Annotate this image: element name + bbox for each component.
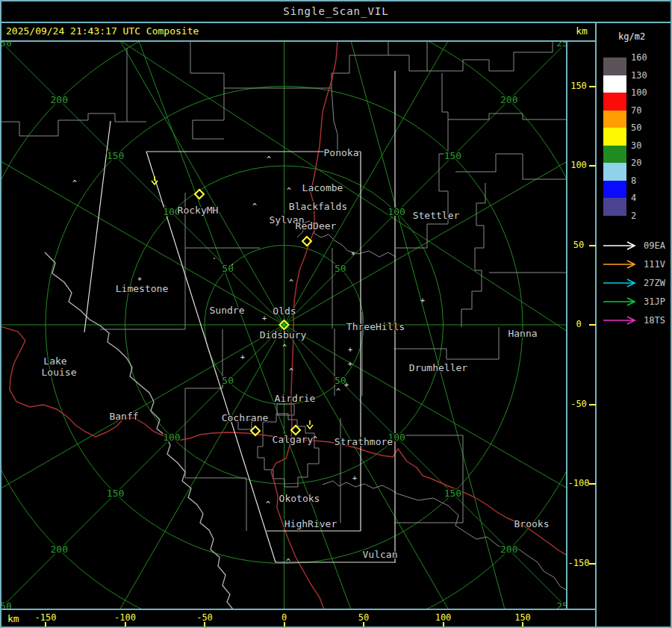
town-marker: +	[240, 353, 245, 361]
city-label: Olds	[273, 305, 296, 317]
map-bottom-border	[0, 609, 597, 610]
right-axis-tick-label: -150	[565, 558, 592, 568]
color-scale-unit-label: kg/m2	[618, 31, 671, 42]
radar-map[interactable]: 5010015020025050100150200250501001502002…	[0, 0, 672, 628]
scale-tick-label: 70	[631, 105, 661, 116]
range-label: 150	[107, 488, 124, 499]
bottom-axis-tick-label: -150	[29, 612, 62, 623]
range-label: 250	[0, 37, 12, 49]
map-layers: 5010015020025050100150200250501001502002…	[0, 0, 672, 628]
scale-swatch	[603, 75, 626, 93]
right-axis-tick	[589, 165, 596, 167]
azimuth-radial	[284, 325, 516, 628]
city-label: Lake	[43, 355, 66, 367]
bottom-axis-tick-label: 150	[506, 612, 539, 623]
town-marker: ^	[252, 202, 257, 211]
site-arrow-icon	[602, 315, 642, 326]
bottom-axis-tick-label: -100	[109, 612, 142, 623]
county-boundary	[190, 42, 388, 88]
site-id-label: 18TS	[644, 315, 665, 326]
highway	[0, 326, 291, 441]
town-marker: +	[352, 474, 357, 482]
city-label: Lacombe	[302, 182, 343, 193]
range-ring	[0, 0, 672, 628]
site-id-label: 09EA	[644, 240, 665, 251]
site-id-label: 31JP	[644, 296, 665, 307]
bottom-axis-tick-label: 0	[268, 612, 301, 623]
city-label: Airdrie	[275, 393, 316, 404]
scale-tick-label: 50	[631, 122, 661, 133]
scale-tick-label: 130	[631, 70, 661, 81]
bottom-axis-tick	[522, 622, 523, 627]
scale-swatch	[603, 111, 626, 128]
bottom-axis-unit-label: km	[7, 613, 19, 624]
county-boundary	[394, 327, 499, 359]
town-marker: +	[348, 360, 352, 368]
town-marker: ^	[336, 388, 340, 396]
town-marker: ^	[267, 155, 271, 164]
city-label: RockyMH	[178, 205, 219, 216]
scale-tick-label: 160	[631, 52, 661, 63]
city-label: RedDeer	[296, 220, 337, 231]
range-label: 200	[500, 94, 517, 105]
city-label: Okotoks	[279, 493, 320, 504]
town-marker: .	[230, 258, 234, 267]
scale-tick-label: 20	[631, 158, 661, 168]
scale-tick-label: 2	[631, 211, 661, 221]
county-boundary	[396, 73, 448, 248]
graticule-line	[121, 41, 567, 332]
right-axis-tick-label: 0	[565, 319, 592, 329]
town-marker: +	[348, 346, 352, 354]
site-arrow-marker	[307, 420, 313, 429]
range-label: 150	[107, 150, 124, 161]
right-axis-tick-label: 150	[565, 81, 592, 91]
town-marker: .	[212, 252, 217, 261]
right-axis-tick-label: -50	[565, 399, 592, 409]
bottom-axis-tick	[204, 622, 205, 627]
range-label: 200	[51, 544, 68, 555]
azimuth-radial	[284, 0, 516, 325]
range-label: 150	[444, 488, 461, 499]
radar-app: Single_Scan_VIL 2025/09/24 21:43:17 UTC …	[0, 0, 672, 628]
scale-tick-label: 4	[631, 193, 661, 203]
county-boundary	[448, 114, 567, 119]
city-label: Limestone	[116, 283, 169, 294]
scale-tick-label: 30	[631, 140, 661, 151]
site-legend-row	[602, 240, 642, 252]
bottom-axis-tick	[363, 622, 364, 627]
map-canvas[interactable]: 5010015020025050100150200250501001502002…	[0, 0, 672, 628]
right-axis-tick	[589, 245, 596, 246]
site-legend-row	[602, 258, 642, 270]
map-top-border	[0, 40, 597, 42]
scale-swatch	[603, 181, 626, 199]
site-arrow-icon	[602, 240, 642, 251]
range-label: 100	[163, 432, 180, 443]
county-boundary	[388, 42, 427, 71]
azimuth-radial	[53, 0, 284, 325]
county-boundary	[427, 42, 553, 71]
city-label: Ponoka	[324, 147, 359, 158]
city-label: Didsbury	[260, 329, 307, 341]
range-label: 50	[335, 263, 346, 274]
bottom-axis-tick	[284, 622, 285, 627]
city-label: HighRiver	[284, 518, 337, 529]
city-label: Brooks	[514, 518, 550, 529]
bottom-axis-tick	[443, 622, 444, 627]
town-marker: ^	[287, 187, 291, 195]
scale-swatch	[603, 146, 626, 164]
bottom-axis-tick-label: 100	[427, 612, 460, 623]
county-boundary	[193, 88, 224, 139]
bottom-axis-tick-label: -50	[188, 612, 221, 623]
city-label: Cochrane	[222, 412, 269, 423]
city-label: Louise	[42, 367, 77, 378]
city-label: Blackfalds	[289, 201, 347, 212]
town-marker: +	[262, 314, 267, 323]
town-marker: +	[344, 381, 349, 389]
site-legend-row	[602, 314, 642, 326]
city-label: Calgary	[273, 434, 314, 445]
range-label: 50	[222, 375, 234, 386]
county-boundary	[455, 154, 567, 179]
azimuth-radial	[53, 325, 284, 628]
city-label: Hanna	[508, 328, 537, 339]
right-axis-tick	[589, 324, 596, 326]
